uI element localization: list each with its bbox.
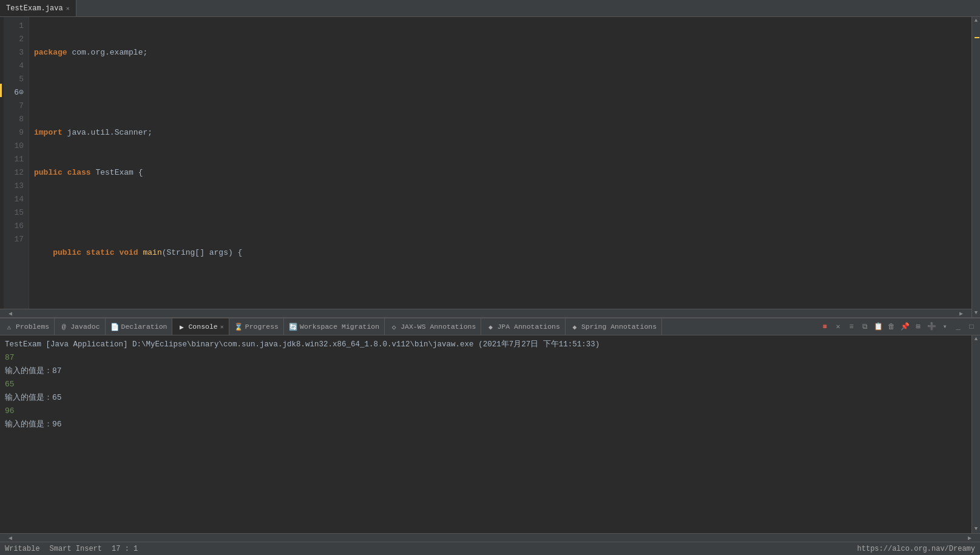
status-position: 17 : 1 [112,545,138,553]
console-output-96: 输入的值是：96 [5,418,967,431]
code-hscrollbar[interactable]: ◀ ▶ [0,309,972,317]
console-output[interactable]: TestExam [Java Application] D:\MyEclipse… [0,335,972,533]
maximize-button[interactable]: □ [965,321,978,333]
tab-console-label: Console [188,323,217,331]
code-scroll[interactable]: 1 2 3 4 5 6⊙ 7 8 9 10 11 12 13 14 [0,17,972,309]
tab-workspace-migration[interactable]: 🔄 Workspace Migration [284,318,385,335]
tab-problems-label: Problems [16,323,49,331]
jpa-icon: ◆ [486,323,495,331]
status-bar: Writable Smart Insert 17 : 1 https://alc… [0,542,980,555]
tab-problems[interactable]: ⚠ Problems [0,318,55,335]
copy-button[interactable]: ⧉ [859,321,871,333]
paste-button[interactable]: 📋 [872,321,884,333]
tab-spring-label: Spring Annotations [581,323,657,331]
scrollbar-track[interactable] [972,25,981,309]
scroll-left-arrow[interactable]: ◀ [8,310,12,317]
code-line-4: public class TestExam { [34,166,967,180]
status-bar-right: https://alco.org.nav/Dreamy [857,545,975,553]
console-scroll-right[interactable]: ▶ [968,534,972,542]
status-insert-mode: Smart Insert [50,545,102,553]
scroll-indicator [975,37,979,38]
console-scroll-down[interactable]: ▼ [975,525,978,533]
workspace-migration-icon: 🔄 [289,323,297,331]
code-content[interactable]: package com.org.example; import java.uti… [29,17,972,309]
spring-icon: ◆ [570,323,579,331]
code-area[interactable]: 1 2 3 4 5 6⊙ 7 8 9 10 11 12 13 14 [0,17,972,317]
javadoc-icon: @ [59,323,68,331]
console-vscrollbar[interactable]: ▲ ▼ [972,335,980,533]
code-line-5 [34,206,967,220]
console-output-87: 输入的值是：87 [5,365,967,378]
stop-button[interactable]: ■ [819,321,831,333]
console-input-96: 96 [5,405,967,418]
minimize-button[interactable]: _ [952,321,964,333]
console-input-87: 87 [5,351,967,365]
code-line-2 [34,86,967,99]
code-line-3: import java.util.Scanner; [34,126,967,140]
tab-label: TestExam.java [6,4,63,13]
scroll-lock-button[interactable]: ≡ [845,321,857,333]
jax-ws-icon: ◇ [390,323,398,331]
status-url: https://alco.org.nav/Dreamy [857,545,975,553]
pin-button[interactable]: 📌 [899,321,911,333]
console-icon: ▶ [177,323,186,331]
status-writable: Writable [5,545,40,553]
code-line-1: package com.org.example; [34,46,967,59]
console-scroll-up[interactable]: ▲ [975,335,978,343]
console-tab-bar: ⚠ Problems @ Javadoc 📄 Declaration ▶ Con… [0,318,980,335]
code-line-6: public static void main(String[] args) { [34,246,967,260]
tab-javadoc-label: Javadoc [70,323,100,331]
scroll-up-arrow[interactable]: ▲ [975,17,978,25]
console-input-65: 65 [5,378,967,391]
declaration-icon: 📄 [110,323,119,331]
console-output-65: 输入的值是：65 [5,391,967,405]
tab-progress-label: Progress [245,323,279,331]
problems-icon: ⚠ [5,323,13,331]
tab-close-icon[interactable]: ✕ [66,5,70,12]
tab-spring[interactable]: ◆ Spring Annotations [566,318,662,335]
close-console-button[interactable]: ✕ [832,321,844,333]
console-toolbar: ■ ✕ ≡ ⧉ 📋 🗑 📌 ⊞ ➕ ▾ _ □ [816,321,980,333]
progress-icon: ⌛ [234,323,243,331]
editor-split: 1 2 3 4 5 6⊙ 7 8 9 10 11 12 13 14 [0,17,980,542]
tab-jax-ws[interactable]: ◇ JAX-WS Annotations [385,318,481,335]
clear-button[interactable]: 🗑 [885,321,897,333]
console-hscrollbar[interactable]: ◀ ▶ [0,533,980,542]
dropdown-button[interactable]: ▾ [939,321,951,333]
tab-console[interactable]: ▶ Console ✕ [172,318,229,335]
tab-declaration-label: Declaration [121,323,167,331]
tab-testexam[interactable]: TestExam.java ✕ [0,0,76,16]
new-console-button[interactable]: ➕ [925,321,938,333]
console-tab-close[interactable]: ✕ [220,323,224,331]
code-line-7 [34,286,967,300]
code-editor-area: 1 2 3 4 5 6⊙ 7 8 9 10 11 12 13 14 [0,17,980,317]
tab-progress[interactable]: ⌛ Progress [229,318,284,335]
expand-button[interactable]: ⊞ [912,321,924,333]
console-panel: ⚠ Problems @ Javadoc 📄 Declaration ▶ Con… [0,317,980,542]
code-vscrollbar[interactable]: ▲ ▼ [972,17,980,317]
tab-declaration[interactable]: 📄 Declaration [106,318,173,335]
console-scroll-left[interactable]: ◀ [8,534,12,542]
editor-tab-bar: TestExam.java ✕ [0,0,980,17]
tab-workspace-migration-label: Workspace Migration [300,323,379,331]
line-numbers: 1 2 3 4 5 6⊙ 7 8 9 10 11 12 13 14 [4,17,29,309]
main-container: TestExam.java ✕ [0,0,980,555]
tab-jpa-label: JPA Annotations [497,323,560,331]
scroll-right-arrow[interactable]: ▶ [959,310,963,317]
tab-javadoc[interactable]: @ Javadoc [55,318,105,335]
console-path-line: TestExam [Java Application] D:\MyEclipse… [5,338,967,351]
tab-jax-ws-label: JAX-WS Annotations [400,323,476,331]
scroll-down-arrow[interactable]: ▼ [975,309,978,317]
tab-jpa[interactable]: ◆ JPA Annotations [481,318,566,335]
